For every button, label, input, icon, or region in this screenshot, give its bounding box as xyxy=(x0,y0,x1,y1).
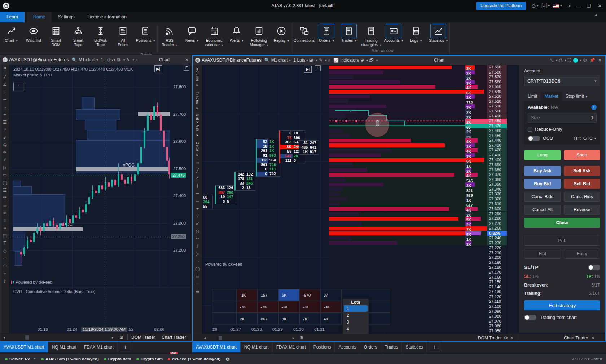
dom-price-cell[interactable]: 27.120 xyxy=(487,294,507,299)
drawing-tool-icon-3[interactable]: ❘ xyxy=(1,88,9,96)
price-chart-plot[interactable]: vPOCvPOC xyxy=(10,65,170,289)
dom-row[interactable]: 4K27.300 xyxy=(329,207,507,212)
language-flag-icon[interactable]: ▾ xyxy=(551,0,563,12)
pencil-icon[interactable]: ✎ xyxy=(319,58,322,63)
sell-ask-button[interactable]: Sell Ask xyxy=(564,166,601,176)
pencil-icon[interactable]: ✎ xyxy=(126,57,130,62)
sl-value[interactable]: 1% xyxy=(532,274,538,279)
cluster-tool-icon-9[interactable]: ◎ xyxy=(194,227,202,235)
ribbon-item-chart[interactable]: Chart ▾ xyxy=(0,24,22,43)
dom-price-cell[interactable]: 27.570 xyxy=(487,75,507,80)
drawing-tool-icon-7[interactable]: ☰ xyxy=(1,118,9,126)
upgrade-platform-button[interactable]: Upgrade the Platform xyxy=(476,2,526,10)
collapse-study-button[interactable]: ⌃ xyxy=(13,83,23,91)
flat-button[interactable]: Flat xyxy=(524,249,561,259)
chart-trader-footer-button[interactable]: Chart Trader xyxy=(162,335,186,340)
ribbon-item-following-manager[interactable]: FollowingManager ▾ xyxy=(248,24,270,47)
dom-row[interactable]: 82127.340 xyxy=(329,187,507,192)
chart-trader-tab[interactable]: Chart Trader ✕ xyxy=(564,336,594,341)
dom-price-cell[interactable]: 27.470 xyxy=(487,124,507,129)
search-icon[interactable]: 🔍 xyxy=(72,57,77,62)
drawing-tool-icon-24[interactable]: ◇ xyxy=(1,247,9,254)
dom-price-cell[interactable]: 27.430 xyxy=(487,143,507,148)
right-tab-positions[interactable]: Positions xyxy=(310,342,335,352)
long-button[interactable]: Long xyxy=(524,150,561,160)
reduce-only-checkbox[interactable] xyxy=(528,127,532,132)
menu-item-settings[interactable]: Settings xyxy=(52,12,81,22)
drawing-tool-icon-4[interactable]: ─ xyxy=(1,96,9,103)
right-tab-accounts[interactable]: Accounts xyxy=(335,342,360,352)
cluster-tool-icon-16[interactable]: ⚌ xyxy=(194,280,202,288)
edit-strategy-button[interactable]: Edit strategy xyxy=(524,300,600,310)
right-tab-statistics[interactable]: Statistics xyxy=(402,342,427,352)
dom-row[interactable]: 3K27.430 xyxy=(329,143,507,148)
drawing-tool-icon-8[interactable]: ⑂ xyxy=(1,126,9,133)
lots-option-5[interactable]: 5 xyxy=(344,333,368,334)
dom-row[interactable]: 2K27.570 xyxy=(329,75,507,80)
tab-market[interactable]: Market xyxy=(541,92,562,101)
lots-option-3[interactable]: 3 xyxy=(344,319,368,325)
ribbon-item-bid-ask-tape[interactable]: Bid/AskTape xyxy=(89,24,112,47)
dom-price-cell[interactable]: 27.300 xyxy=(487,207,507,212)
dom-row[interactable]: 27.220 xyxy=(329,245,507,250)
dom-price-cell[interactable]: 27.420 xyxy=(487,148,507,153)
pin-window-icon[interactable]: ⊸ xyxy=(563,0,574,12)
lots-option-1[interactable]: 1 xyxy=(344,305,368,312)
dom-row[interactable]: 7K27.260 xyxy=(329,226,507,231)
indicators-icon[interactable]: 📈 xyxy=(333,58,339,63)
screenshot-icon[interactable]: ⎙▾ xyxy=(530,0,540,12)
dom-price-cell[interactable]: 27.160 xyxy=(487,275,507,280)
drawing-tool-icon-16[interactable]: ☱ xyxy=(1,186,9,194)
right-tab-trades[interactable]: Trades xyxy=(381,342,402,352)
dom-price-cell[interactable]: 27.440 xyxy=(487,138,507,143)
cluster-tool-icon-1[interactable]: ╱ xyxy=(194,167,202,174)
buy-bid-button[interactable]: Buy Bid xyxy=(524,179,561,189)
dom-price-cell[interactable]: 27.060 xyxy=(487,324,507,329)
drawing-tool-icon-21[interactable]: ⌑ xyxy=(1,224,9,232)
cluster-tool-icon-11[interactable]: ⫽ xyxy=(194,243,202,250)
dom-price-cell[interactable]: 27.090 xyxy=(487,309,507,314)
dom-price-cell[interactable]: 27.180 xyxy=(487,265,507,270)
cluster-tool-icon-6[interactable]: ＋ xyxy=(194,205,202,212)
ribbon-item-news[interactable]: News ▾ xyxy=(181,24,203,43)
ribbon-item-smart-tape[interactable]: SmartTape xyxy=(67,24,89,47)
symbol-label[interactable]: AVAXUSDT@BinanceFutures xyxy=(9,57,69,62)
dom-price-cell[interactable]: 27.410 xyxy=(487,153,507,158)
monitor-icon[interactable]: 🖳 xyxy=(309,58,313,63)
dom-row[interactable]: 27.200 xyxy=(329,255,507,260)
drawing-tool-icon-17[interactable]: ☲ xyxy=(1,194,9,201)
cancel-bids-right-button[interactable]: Canc. Bids xyxy=(564,192,601,202)
dom-price-cell[interactable]: 27.550 xyxy=(487,84,507,89)
dom-row[interactable]: 54627.360 xyxy=(329,177,507,182)
scrollbar-thumb[interactable] xyxy=(219,336,222,340)
dom-price-cell[interactable]: 27.230 xyxy=(487,241,507,246)
drawing-tool-icon-6[interactable]: ＋ xyxy=(1,111,9,118)
drawing-tool-icon-18[interactable]: ⚌ xyxy=(1,201,9,209)
fullscreen-f-button[interactable]: F xyxy=(184,65,189,71)
ribbon-item-economic-calendar[interactable]: $Economiccalendar ▾ xyxy=(203,24,225,47)
dom-price-cell[interactable]: 27.130 xyxy=(487,289,507,294)
left-tab-fdax-m1-chart[interactable]: FDAX M1 chart xyxy=(80,342,118,352)
dom-price-cell[interactable]: 27.100 xyxy=(487,304,507,309)
ribbon-item-orders[interactable]: Orders ▾ xyxy=(315,24,338,43)
minimize-button[interactable]: — xyxy=(574,0,584,12)
info-icon[interactable]: i xyxy=(591,105,597,110)
entry-button[interactable]: Entry xyxy=(564,249,601,259)
dom-price-cell[interactable]: 27.070 xyxy=(487,319,507,324)
reverse-button[interactable]: Reverse xyxy=(564,205,601,215)
search-icon[interactable]: 🔍 xyxy=(264,58,270,63)
dom-price-cell[interactable]: 27.490 xyxy=(487,114,507,119)
ribbon-item-watchlist[interactable]: Watchlist xyxy=(22,24,45,43)
sell-bid-button[interactable]: Sell Bid xyxy=(564,179,601,189)
calendar-icon[interactable]: 🗓 xyxy=(299,336,304,341)
dom-row[interactable]: 1K27.390 xyxy=(329,163,507,168)
dom-row[interactable]: 92927.330 xyxy=(329,192,507,197)
pin-icon[interactable]: 📌 xyxy=(590,58,595,63)
dom-row[interactable]: 3K27.580 xyxy=(329,70,507,75)
dom-row[interactable]: 3K27.530 xyxy=(329,94,507,99)
dom-price-cell[interactable]: 27.340 xyxy=(487,187,507,192)
dom-price-cell[interactable]: 27.050 xyxy=(487,329,507,334)
dom-price-cell[interactable]: 27.380 xyxy=(487,168,507,173)
tab-stop-limit[interactable]: Stop limit▼ xyxy=(562,92,592,101)
dom-price-cell[interactable]: 27.460 xyxy=(487,128,507,133)
